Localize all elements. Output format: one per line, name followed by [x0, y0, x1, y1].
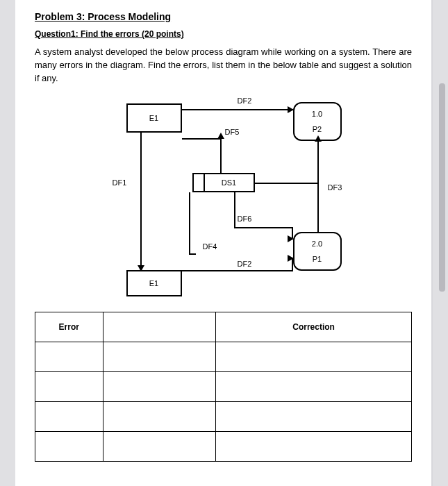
flow-label-df2-bottom: DF2	[238, 260, 252, 268]
table-head-correction: Correction	[216, 312, 412, 342]
table-head-blank1	[103, 312, 216, 342]
document-page: Problem 3: Process Modeling Question1: F…	[15, 0, 433, 486]
table-row	[35, 401, 412, 431]
question-subtitle: Question1: Find the errors (20 points)	[35, 29, 412, 39]
flow-label-df1: DF1	[113, 178, 127, 187]
flow-label-df4: DF4	[203, 242, 217, 251]
process-p2-number: 1.0	[312, 110, 322, 118]
table-row	[35, 431, 412, 461]
process-p1-name: P1	[313, 255, 322, 263]
process-diagram: E1 E1 1.0 P2 2.0 P1 DS1 DF2 DF5 DF1 DF3	[71, 97, 376, 298]
entity-e1-top: E1	[126, 103, 182, 133]
flow-label-df5: DF5	[225, 128, 240, 136]
table-head-error: Error	[35, 312, 103, 342]
table-row	[35, 371, 412, 401]
process-p1: 2.0 P1	[293, 232, 342, 271]
flow-label-df6: DF6	[238, 215, 252, 223]
entity-e1-bottom: E1	[126, 270, 182, 296]
process-p1-number: 2.0	[312, 240, 322, 248]
answer-table: Error Correction	[35, 312, 412, 462]
datastore-ds1-label: DS1	[205, 178, 254, 187]
question-body: A system analyst developed the below pro…	[35, 46, 412, 85]
scrollbar-thumb[interactable]	[439, 83, 445, 292]
table-row	[35, 342, 412, 371]
datastore-cap-icon	[194, 174, 205, 191]
flow-label-df3: DF3	[328, 183, 342, 192]
datastore-ds1: DS1	[192, 173, 255, 192]
problem-title: Problem 3: Process Modeling	[35, 11, 412, 22]
process-p2-name: P2	[313, 125, 322, 133]
flow-label-df2-top: DF2	[238, 97, 252, 105]
